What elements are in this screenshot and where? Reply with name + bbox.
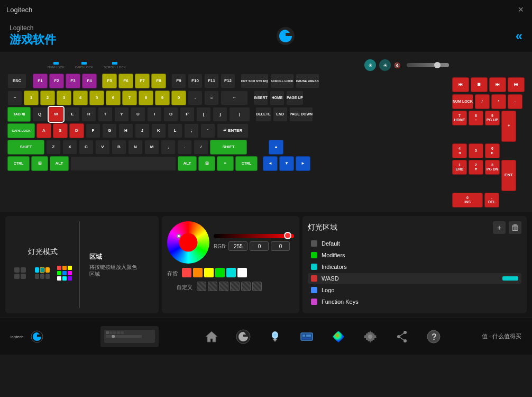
key-pause[interactable]: PAUSE BREAK — [296, 74, 319, 88]
key-num5[interactable]: 5 — [469, 143, 483, 158]
key-lalt[interactable]: ALT — [50, 156, 69, 171]
key-9[interactable]: 9 — [155, 91, 170, 105]
custom-swatch-4[interactable] — [230, 282, 240, 291]
key-pgup[interactable]: PAGE UP — [286, 91, 304, 105]
key-num-plus[interactable]: + — [501, 111, 516, 142]
key-f3[interactable]: F3 — [66, 74, 80, 88]
key-g[interactable]: G — [102, 123, 117, 138]
delete-zone-button[interactable] — [509, 221, 521, 234]
key-o[interactable]: O — [163, 107, 178, 122]
key-tab[interactable]: TAB ↹ — [7, 107, 31, 122]
volume-slider[interactable] — [407, 63, 449, 67]
key-y[interactable]: Y — [114, 107, 129, 122]
key-f6[interactable]: F6 — [118, 74, 133, 88]
swatch-green[interactable] — [215, 268, 225, 277]
key-u[interactable]: U — [131, 107, 145, 122]
key-a[interactable]: A — [36, 123, 51, 138]
brightness-thumb[interactable] — [284, 232, 291, 239]
key-equals[interactable]: = — [204, 91, 219, 105]
swatch-red[interactable] — [182, 268, 191, 277]
key-7[interactable]: 7 — [122, 91, 137, 105]
key-k[interactable]: K — [151, 123, 166, 138]
key-f12[interactable]: F12 — [221, 74, 235, 88]
key-stop[interactable]: ⏹ — [471, 77, 488, 92]
key-rctrl[interactable]: CTRL — [235, 156, 258, 171]
key-ralt[interactable]: ALT — [178, 156, 197, 171]
key-z[interactable]: Z — [46, 140, 61, 155]
key-next[interactable]: ⏭ — [508, 77, 525, 92]
key-home[interactable]: HOME — [270, 91, 285, 105]
key-num9[interactable]: 9PG UP — [485, 111, 500, 125]
key-4[interactable]: 4 — [73, 91, 88, 105]
close-button[interactable]: ✕ — [516, 5, 526, 14]
key-num-minus[interactable]: - — [508, 94, 522, 109]
back-button[interactable]: « — [516, 29, 522, 43]
key-f7[interactable]: F7 — [135, 74, 150, 88]
key-lshift[interactable]: SHIFT — [7, 140, 44, 155]
key-num-dot[interactable]: .DEL — [484, 193, 499, 207]
key-r[interactable]: R — [81, 107, 96, 122]
mode-wave[interactable] — [34, 265, 51, 282]
swatch-orange[interactable] — [193, 268, 203, 277]
key-d[interactable]: D — [69, 123, 84, 138]
zone-item[interactable]: Function Keys — [308, 296, 521, 307]
key-slash[interactable]: / — [194, 140, 208, 155]
nav-settings-button[interactable] — [361, 327, 380, 346]
key-n[interactable]: N — [128, 140, 143, 155]
mode-color[interactable] — [57, 265, 74, 282]
nav-ghub-button[interactable] — [234, 327, 253, 346]
key-f4[interactable]: F4 — [82, 74, 97, 88]
key-down[interactable]: ▼ — [279, 156, 294, 171]
key-v[interactable]: V — [95, 140, 110, 155]
key-end[interactable]: END — [273, 107, 288, 122]
key-m[interactable]: M — [144, 140, 159, 155]
key-period[interactable]: . — [177, 140, 192, 155]
key-5[interactable]: 5 — [89, 91, 104, 105]
key-2[interactable]: 2 — [40, 91, 55, 105]
key-lbracket[interactable]: [ — [196, 107, 211, 122]
key-h[interactable]: H — [118, 123, 133, 138]
key-lwin[interactable]: ⊞ — [31, 156, 48, 171]
add-zone-button[interactable]: + — [493, 221, 506, 234]
key-num3[interactable]: 3PG DN — [485, 160, 500, 175]
key-semicolon[interactable]: ; — [184, 123, 199, 138]
custom-swatch-6[interactable] — [252, 282, 262, 291]
nav-keyassign-button[interactable] — [297, 327, 316, 346]
key-num-mul[interactable]: * — [491, 94, 506, 109]
key-num2[interactable]: 2▼ — [469, 160, 483, 175]
key-quote[interactable]: ' — [200, 123, 215, 138]
key-prev[interactable]: ⏭ — [489, 77, 506, 92]
swatch-cyan[interactable] — [226, 268, 236, 277]
swatch-yellow[interactable] — [204, 268, 214, 277]
mode-static[interactable] — [12, 265, 29, 282]
key-comma[interactable]: , — [161, 140, 176, 155]
key-backslash[interactable]: | — [229, 107, 250, 122]
rgb-b-input[interactable]: 0 — [271, 241, 290, 251]
key-j[interactable]: J — [135, 123, 150, 138]
key-f1[interactable]: F1 — [33, 74, 48, 88]
swatch-white[interactable] — [237, 268, 247, 277]
key-left[interactable]: ◄ — [263, 156, 278, 171]
key-b[interactable]: B — [112, 140, 126, 155]
key-s[interactable]: S — [53, 123, 68, 138]
color-wheel[interactable] — [167, 221, 209, 264]
key-minus[interactable]: - — [188, 91, 203, 105]
key-insert[interactable]: INSERT — [253, 91, 268, 105]
key-8[interactable]: 8 — [139, 91, 153, 105]
key-pgdn[interactable]: PAGE DOWN — [289, 107, 313, 122]
key-num0[interactable]: 0INS — [452, 193, 483, 207]
key-up[interactable]: ▲ — [269, 140, 283, 155]
key-num1[interactable]: 1END — [452, 160, 467, 175]
key-c[interactable]: C — [79, 140, 94, 155]
key-num-enter[interactable]: ENT — [501, 160, 516, 191]
key-w[interactable]: W — [49, 107, 63, 122]
rgb-g-input[interactable]: 0 — [250, 241, 269, 251]
key-backtick[interactable]: ~ — [7, 91, 22, 105]
key-rbracket[interactable]: ] — [213, 107, 227, 122]
key-space[interactable] — [70, 156, 176, 171]
key-6[interactable]: 6 — [106, 91, 121, 105]
rgb-r-input[interactable]: 255 — [228, 241, 247, 251]
key-f5[interactable]: F5 — [102, 74, 117, 88]
key-f2[interactable]: F2 — [49, 74, 64, 88]
key-numlock[interactable]: NUM LOCK — [452, 94, 473, 109]
